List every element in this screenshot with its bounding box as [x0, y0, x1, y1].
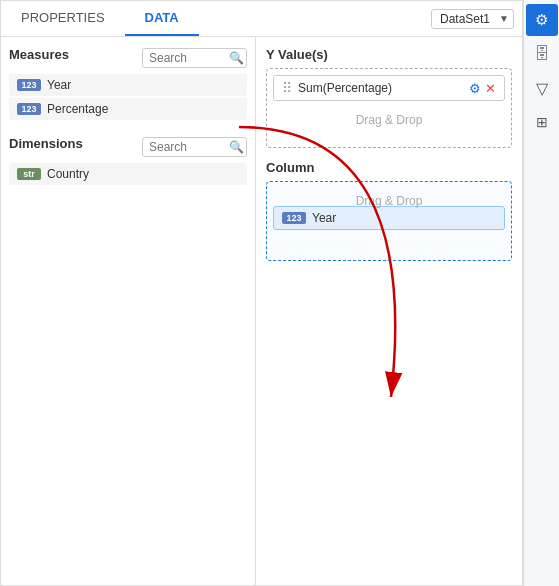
- image-settings-icon: ⊞: [536, 114, 548, 130]
- measures-search-box[interactable]: 🔍: [142, 48, 247, 68]
- column-title: Column: [266, 160, 512, 175]
- sidebar-filter-button[interactable]: ▽: [526, 72, 558, 104]
- sidebar-database-button[interactable]: 🗄: [526, 38, 558, 70]
- yvalues-section: Y Value(s) ⠿ Sum(Percentage) ⚙ ✕ Drag & …: [266, 47, 512, 148]
- yvalues-title: Y Value(s): [266, 47, 512, 62]
- dimensions-search-input[interactable]: [149, 140, 229, 154]
- column-section: Column Drag & Drop 123 Year: [266, 160, 512, 261]
- dimensions-search-icon: 🔍: [229, 140, 244, 154]
- tab-header: PROPERTIES DATA DataSet1 DataSet2 ▼: [1, 1, 522, 37]
- sidebar-image-settings-button[interactable]: ⊞: [526, 106, 558, 138]
- drag-handle-icon: ⠿: [282, 80, 292, 96]
- dimensions-title: Dimensions: [9, 136, 83, 151]
- country-badge: str: [17, 168, 41, 180]
- dimensions-field-list: str Country: [9, 163, 247, 185]
- column-drag-drop-label: Drag & Drop: [267, 186, 511, 216]
- yvalues-dropzone[interactable]: ⠿ Sum(Percentage) ⚙ ✕ Drag & Drop: [266, 68, 512, 148]
- chip-gear-icon[interactable]: ⚙: [469, 81, 481, 96]
- dataset-select[interactable]: DataSet1 DataSet2: [431, 9, 514, 29]
- filter-icon: ▽: [536, 79, 548, 98]
- measures-title: Measures: [9, 47, 69, 62]
- dimensions-section: Dimensions 🔍 str Country: [9, 136, 247, 185]
- field-item-year[interactable]: 123 Year: [9, 74, 247, 96]
- measures-header: Measures 🔍: [9, 47, 247, 68]
- sidebar-gear-button[interactable]: ⚙: [526, 4, 558, 36]
- measures-field-list: 123 Year 123 Percentage: [9, 74, 247, 120]
- yvalues-drag-drop-label: Drag & Drop: [273, 105, 505, 135]
- dimensions-search-box[interactable]: 🔍: [142, 137, 247, 157]
- sum-percentage-chip: ⠿ Sum(Percentage) ⚙ ✕: [273, 75, 505, 101]
- percentage-label: Percentage: [47, 102, 108, 116]
- measures-search-icon: 🔍: [229, 51, 244, 65]
- field-item-country[interactable]: str Country: [9, 163, 247, 185]
- right-sidebar: ⚙ 🗄 ▽ ⊞: [523, 0, 559, 586]
- tab-properties[interactable]: PROPERTIES: [1, 1, 125, 36]
- right-column: Y Value(s) ⠿ Sum(Percentage) ⚙ ✕ Drag & …: [256, 37, 522, 585]
- percentage-badge: 123: [17, 103, 41, 115]
- year-label: Year: [47, 78, 71, 92]
- gear-icon: ⚙: [535, 11, 548, 29]
- dimensions-header: Dimensions 🔍: [9, 136, 247, 157]
- measures-section: Measures 🔍 123 Year 123 Per: [9, 47, 247, 120]
- measures-search-input[interactable]: [149, 51, 229, 65]
- field-item-percentage[interactable]: 123 Percentage: [9, 98, 247, 120]
- panel-body: Measures 🔍 123 Year 123 Per: [1, 37, 522, 585]
- chip-close-icon[interactable]: ✕: [485, 81, 496, 96]
- dataset-selector: DataSet1 DataSet2 ▼: [431, 1, 522, 36]
- dataset-select-wrapper: DataSet1 DataSet2 ▼: [431, 9, 514, 29]
- database-icon: 🗄: [534, 45, 550, 63]
- chip-label: Sum(Percentage): [298, 81, 469, 95]
- year-badge: 123: [17, 79, 41, 91]
- country-label: Country: [47, 167, 89, 181]
- column-dropzone[interactable]: Drag & Drop 123 Year: [266, 181, 512, 261]
- left-column: Measures 🔍 123 Year 123 Per: [1, 37, 256, 585]
- tab-data[interactable]: DATA: [125, 1, 199, 36]
